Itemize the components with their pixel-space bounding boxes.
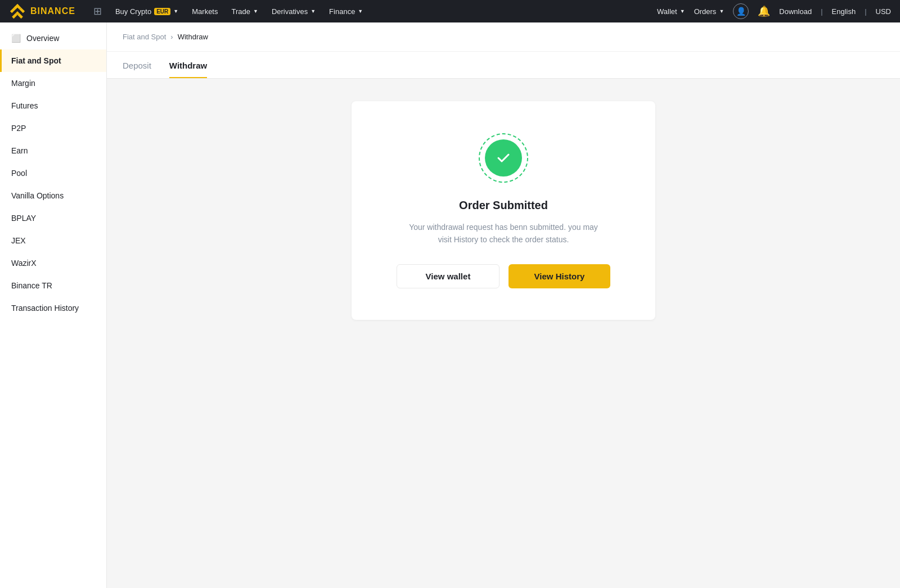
card-actions: View wallet View History: [397, 264, 610, 288]
wallet-arrow: ▼: [680, 8, 685, 14]
nav-orders[interactable]: Orders ▼: [694, 7, 724, 16]
breadcrumb-separator: ›: [170, 33, 173, 41]
nav-buy-crypto[interactable]: Buy Crypto EUR ▼: [115, 7, 178, 16]
logo-area[interactable]: BINANCE: [9, 3, 75, 20]
sidebar-item-jex[interactable]: JEX: [0, 229, 106, 252]
sidebar-item-transaction-history[interactable]: Transaction History: [0, 297, 106, 319]
sidebar: ⬜ Overview Fiat and Spot Margin Futures …: [0, 22, 107, 588]
orders-arrow: ▼: [719, 8, 724, 14]
binance-logo-icon: [9, 3, 26, 20]
breadcrumb-fiat-and-spot[interactable]: Fiat and Spot: [123, 33, 166, 41]
sidebar-item-margin[interactable]: Margin: [0, 72, 106, 94]
notification-bell-icon[interactable]: 🔔: [758, 5, 770, 17]
sidebar-label-earn: Earn: [11, 146, 28, 155]
checkmark-circle: [485, 139, 522, 177]
sidebar-label-pool: Pool: [11, 169, 27, 178]
sidebar-label-fiat-and-spot: Fiat and Spot: [11, 56, 61, 65]
nav-download[interactable]: Download: [779, 7, 812, 16]
top-navigation: BINANCE ⊞ Buy Crypto EUR ▼ Markets Trade…: [0, 0, 900, 22]
content-area: Order Submitted Your withdrawal request …: [107, 79, 900, 342]
main-content: Fiat and Spot › Withdraw Deposit Withdra…: [107, 22, 900, 588]
buy-crypto-arrow: ▼: [173, 8, 178, 14]
sidebar-label-bplay: BPLAY: [11, 214, 36, 223]
user-avatar-icon[interactable]: 👤: [733, 3, 749, 19]
sidebar-item-futures[interactable]: Futures: [0, 94, 106, 117]
sidebar-item-earn[interactable]: Earn: [0, 139, 106, 162]
nav-trade[interactable]: Trade ▼: [231, 7, 258, 16]
sidebar-label-jex: JEX: [11, 236, 26, 245]
nav-markets[interactable]: Markets: [192, 7, 218, 16]
breadcrumb-withdraw: Withdraw: [178, 33, 208, 41]
checkmark-icon: [495, 150, 512, 166]
nav-finance[interactable]: Finance ▼: [329, 7, 363, 16]
overview-icon: ⬜: [11, 34, 21, 43]
nav-currency[interactable]: USD: [876, 7, 891, 16]
grid-icon[interactable]: ⊞: [93, 5, 102, 17]
sidebar-item-fiat-and-spot[interactable]: Fiat and Spot: [0, 49, 106, 72]
sidebar-item-vanilla-options[interactable]: Vanilla Options: [0, 184, 106, 207]
sidebar-item-binance-tr[interactable]: Binance TR: [0, 274, 106, 297]
sidebar-label-p2p: P2P: [11, 124, 26, 133]
nav-wallet[interactable]: Wallet ▼: [657, 7, 685, 16]
success-card: Order Submitted Your withdrawal request …: [352, 101, 655, 320]
tabs-bar: Deposit Withdraw: [107, 52, 900, 79]
nav-language[interactable]: English: [832, 7, 856, 16]
order-submitted-title: Order Submitted: [459, 199, 548, 212]
sidebar-item-overview[interactable]: ⬜ Overview: [0, 27, 106, 49]
nav-derivatives[interactable]: Derivatives ▼: [272, 7, 316, 16]
sidebar-label-futures: Futures: [11, 101, 38, 110]
currency-divider: |: [865, 7, 866, 16]
view-history-button[interactable]: View History: [508, 264, 610, 288]
lang-currency-divider: |: [821, 7, 822, 16]
derivatives-arrow: ▼: [310, 8, 316, 14]
sidebar-label-wazirx: WazirX: [11, 259, 37, 268]
sidebar-item-p2p[interactable]: P2P: [0, 117, 106, 139]
eur-badge: EUR: [154, 8, 170, 15]
tab-withdraw[interactable]: Withdraw: [169, 52, 207, 78]
order-description: Your withdrawal request has benn submitt…: [408, 221, 599, 246]
sidebar-label-transaction-history: Transaction History: [11, 304, 79, 313]
sidebar-label-binance-tr: Binance TR: [11, 281, 52, 290]
binance-logo-text: BINANCE: [30, 6, 75, 16]
view-wallet-button[interactable]: View wallet: [397, 264, 500, 288]
sidebar-label-margin: Margin: [11, 79, 35, 88]
breadcrumb: Fiat and Spot › Withdraw: [107, 22, 900, 52]
trade-arrow: ▼: [253, 8, 258, 14]
success-icon-wrapper: [478, 133, 529, 183]
sidebar-label-vanilla-options: Vanilla Options: [11, 191, 64, 200]
tab-deposit[interactable]: Deposit: [123, 52, 151, 78]
sidebar-item-pool[interactable]: Pool: [0, 162, 106, 184]
nav-right-area: Wallet ▼ Orders ▼ 👤 🔔 Download | English…: [657, 3, 891, 19]
finance-arrow: ▼: [358, 8, 363, 14]
sidebar-item-wazirx[interactable]: WazirX: [0, 252, 106, 274]
page-wrapper: ⬜ Overview Fiat and Spot Margin Futures …: [0, 22, 900, 588]
sidebar-item-bplay[interactable]: BPLAY: [0, 207, 106, 229]
sidebar-label-overview: Overview: [26, 34, 59, 43]
